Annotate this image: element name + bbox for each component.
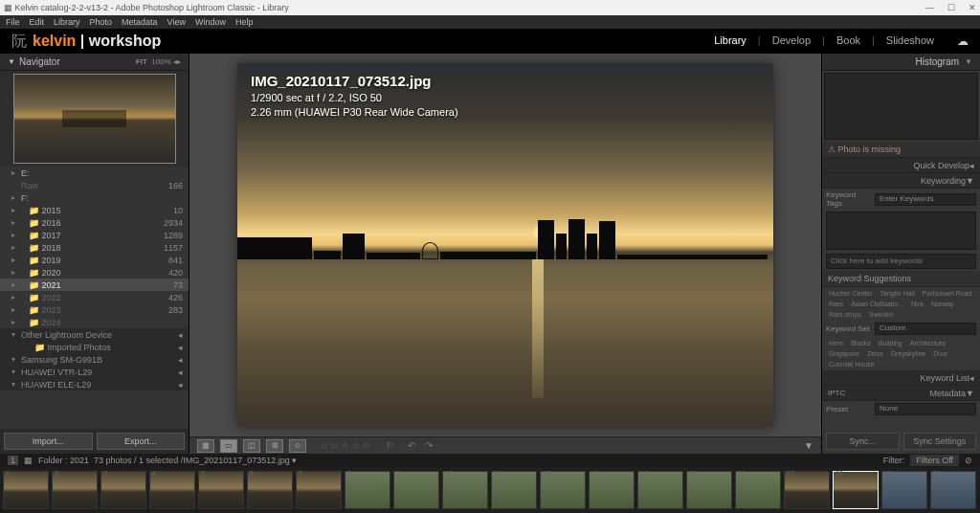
menu-help[interactable]: Help bbox=[235, 17, 254, 27]
filmstrip-thumb[interactable]: 1 bbox=[3, 471, 49, 509]
keyword-suggestion[interactable]: Rain drops bbox=[826, 310, 864, 319]
chevron-down-icon[interactable]: ▼ bbox=[8, 57, 15, 66]
filmstrip-thumb[interactable]: 14 bbox=[637, 471, 683, 509]
filmstrip-thumb[interactable]: 18 bbox=[833, 471, 879, 509]
keyword-set-item[interactable]: Here bbox=[826, 339, 846, 347]
device-section[interactable]: ▾HUAWEI VTR-L29◂ bbox=[0, 366, 189, 378]
filmstrip-thumb[interactable]: 2 bbox=[52, 471, 98, 509]
metadata-preset-dropdown[interactable]: None bbox=[875, 403, 976, 415]
filmstrip-thumb[interactable]: 10 bbox=[442, 471, 488, 509]
module-book[interactable]: Book bbox=[836, 34, 860, 48]
menu-window[interactable]: Window bbox=[195, 17, 226, 27]
keywords-textarea[interactable] bbox=[826, 212, 976, 250]
keyword-set-item[interactable]: Building bbox=[876, 339, 905, 347]
folder-row[interactable]: ▸📁 2022426 bbox=[0, 291, 189, 303]
keyword-suggestion[interactable]: Norway bbox=[928, 300, 957, 308]
filmstrip-thumb[interactable]: 13 bbox=[589, 471, 635, 509]
folder-row[interactable]: ▸📁 20171289 bbox=[0, 229, 189, 241]
toolbar-menu-icon[interactable]: ▼ bbox=[804, 440, 813, 451]
add-keywords-input[interactable]: Click here to add keywords bbox=[826, 254, 976, 269]
minimize-button[interactable]: — bbox=[925, 3, 934, 12]
main-photo[interactable]: IMG_20210117_073512.jpg 1/2900 sec at f … bbox=[237, 63, 773, 427]
filmstrip-thumb[interactable]: 3 bbox=[100, 471, 146, 509]
folder-row[interactable]: ▸E: bbox=[0, 167, 189, 179]
import-button[interactable]: Import... bbox=[4, 433, 93, 450]
keywording-label[interactable]: Keywording bbox=[921, 176, 966, 186]
folder-row[interactable]: ▸📁 2023283 bbox=[0, 303, 189, 316]
survey-view-icon[interactable]: ⊞ bbox=[266, 439, 283, 453]
maximize-button[interactable]: ☐ bbox=[947, 3, 955, 12]
cloud-sync-icon[interactable]: ☁ bbox=[957, 34, 969, 48]
folder-row[interactable]: ▸F: bbox=[0, 191, 189, 204]
filmstrip-thumb[interactable]: 20 bbox=[930, 471, 976, 509]
keyword-suggestion[interactable]: Rare bbox=[826, 300, 846, 308]
keyword-tags-dropdown[interactable]: Enter Keywords bbox=[875, 193, 976, 206]
device-section[interactable]: ▾Samsung SM-G991B◂ bbox=[0, 353, 189, 366]
sync-button[interactable]: Sync... bbox=[826, 433, 900, 450]
breadcrumb-folder[interactable]: Folder : 2021 bbox=[38, 456, 89, 465]
grid-switch-icon[interactable]: ▦ bbox=[24, 456, 33, 465]
keyword-set-item[interactable]: Zeiss bbox=[864, 349, 886, 358]
navigator-preview[interactable] bbox=[0, 71, 189, 167]
second-window-icon[interactable]: 1 bbox=[8, 456, 18, 465]
rotate-left-icon[interactable]: ↶ bbox=[408, 440, 415, 451]
filmstrip-thumb[interactable]: 6 bbox=[247, 471, 293, 509]
keyword-suggestion[interactable]: Hucher Center bbox=[826, 289, 876, 298]
menu-library[interactable]: Library bbox=[54, 17, 80, 27]
keyword-set-item[interactable]: Blocks bbox=[848, 339, 874, 347]
keyword-set-item[interactable]: Colonial House bbox=[826, 360, 877, 368]
filter-lock-icon[interactable]: ⊘ bbox=[965, 456, 972, 465]
menu-photo[interactable]: Photo bbox=[90, 17, 113, 27]
folder-row[interactable]: ▸📁 2024 bbox=[0, 316, 189, 328]
keyword-set-item[interactable]: Greyskyline bbox=[888, 349, 929, 358]
keyword-suggestion[interactable]: Tanglin Hall bbox=[878, 289, 918, 298]
folder-row[interactable]: ▸📁 202173 bbox=[0, 279, 189, 291]
grid-view-icon[interactable]: ▦ bbox=[197, 439, 214, 453]
menu-metadata[interactable]: Metadata bbox=[122, 17, 158, 27]
device-section[interactable]: ▾Other Lightroom Device◂ bbox=[0, 328, 189, 341]
quick-develop-label[interactable]: Quick Develop bbox=[913, 161, 969, 170]
filmstrip-thumb[interactable]: 15 bbox=[686, 471, 732, 509]
menu-file[interactable]: File bbox=[6, 17, 20, 27]
filmstrip-thumb[interactable]: 19 bbox=[881, 471, 927, 509]
filmstrip-thumb[interactable]: 5 bbox=[198, 471, 244, 509]
keyword-set-item[interactable]: Architecture bbox=[907, 339, 948, 347]
keyword-set-item[interactable]: Door bbox=[930, 349, 950, 358]
folder-row[interactable]: ▸📁 2020420 bbox=[0, 266, 189, 279]
keyword-suggestion[interactable]: Portsdown Road bbox=[920, 289, 975, 298]
folder-row[interactable]: ▸📁 20162934 bbox=[0, 216, 189, 229]
folder-row[interactable]: ▸📁 201510 bbox=[0, 204, 189, 216]
rotate-right-icon[interactable]: ↷ bbox=[425, 440, 433, 451]
keyword-set-dropdown[interactable]: Custom bbox=[875, 323, 976, 335]
module-develop[interactable]: Develop bbox=[772, 34, 811, 48]
keyword-list-label[interactable]: Keyword List bbox=[920, 373, 969, 383]
filmstrip-thumb[interactable]: 11 bbox=[491, 471, 537, 509]
folder-row[interactable]: ▸📁 20181157 bbox=[0, 241, 189, 254]
folder-row[interactable]: ▸📁 2019841 bbox=[0, 254, 189, 266]
metadata-label[interactable]: Metadata bbox=[930, 389, 967, 398]
filmstrip-thumb[interactable]: 4 bbox=[149, 471, 195, 509]
keyword-suggestion[interactable]: Asian Civilisatio... bbox=[848, 300, 906, 308]
filmstrip[interactable]: 1234567891011121314151617181920 bbox=[0, 467, 980, 513]
loupe-view-icon[interactable]: ▭ bbox=[220, 439, 237, 453]
export-button[interactable]: Export... bbox=[97, 433, 186, 450]
close-button[interactable]: ✕ bbox=[969, 3, 976, 12]
menu-view[interactable]: View bbox=[167, 17, 186, 27]
folder-row[interactable]: Raw166 bbox=[0, 179, 189, 191]
module-library[interactable]: Library bbox=[714, 34, 746, 48]
keyword-suggestion[interactable]: Sweden bbox=[866, 310, 896, 319]
filmstrip-thumb[interactable]: 9 bbox=[393, 471, 439, 509]
filmstrip-thumb[interactable]: 7 bbox=[296, 471, 342, 509]
filmstrip-thumb[interactable]: 12 bbox=[540, 471, 586, 509]
module-slideshow[interactable]: Slideshow bbox=[886, 34, 934, 48]
flag-icon[interactable]: ⚐ bbox=[386, 440, 394, 451]
people-view-icon[interactable]: ☺ bbox=[289, 439, 306, 453]
filmstrip-thumb[interactable]: 17 bbox=[784, 471, 830, 509]
sync-settings-button[interactable]: Sync Settings bbox=[903, 433, 977, 450]
device-section[interactable]: 📁 Imported Photos◂ bbox=[0, 341, 189, 353]
filmstrip-thumb[interactable]: 16 bbox=[735, 471, 781, 509]
device-section[interactable]: ▾HUAWEI ELE-L29◂ bbox=[0, 378, 189, 390]
keyword-set-item[interactable]: Singapore bbox=[826, 349, 862, 358]
filmstrip-thumb[interactable]: 8 bbox=[345, 471, 390, 509]
menu-edit[interactable]: Edit bbox=[30, 17, 45, 27]
